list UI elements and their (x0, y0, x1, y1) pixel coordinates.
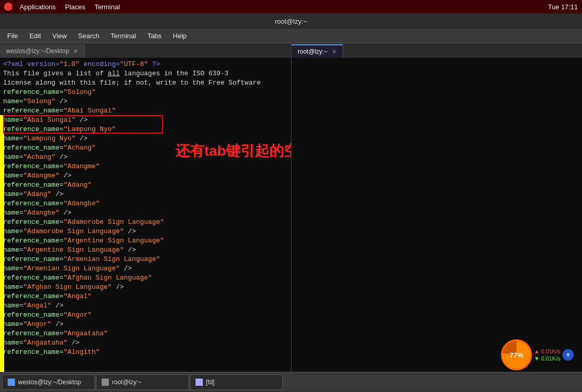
line-adang-name: name="Adang" /> (3, 190, 288, 199)
line-angor-ref: reference_name="Angor" (3, 311, 288, 320)
taskbar-label-westos: westos@lzy:~/Desktop (18, 379, 81, 386)
line-adangbe-name: name="Adangbe" /> (3, 208, 288, 218)
download-stat: ▼ 0.01K/s (534, 355, 560, 362)
terminal-right: root@lzy:~ ✕ (292, 43, 582, 372)
line-adangme-name: name="Adangme" /> (3, 171, 288, 181)
right-tab-bar: root@lzy:~ ✕ (292, 43, 582, 58)
right-tab-label: root@lzy:~ (298, 48, 328, 55)
left-tab[interactable]: westos@lzy:~/Desktop ✕ (0, 44, 85, 58)
menu-file[interactable]: File (2, 31, 23, 41)
menu-search[interactable]: Search (73, 31, 104, 41)
line-angaataha-ref: reference_name="Angaataha" (3, 329, 288, 338)
line-adamorobe-ref: reference_name="Adamorobe Sign Language" (3, 218, 288, 227)
system-bar: Applications Places Terminal Tue 17:11 (0, 0, 582, 13)
menu-help[interactable]: Help (168, 31, 192, 41)
window-title: root@lzy:~ (275, 18, 308, 25)
cpu-usage-circle: 77% (501, 339, 532, 370)
cpu-percent: 77% (510, 351, 523, 359)
left-tab-close[interactable]: ✕ (73, 48, 78, 55)
right-tab[interactable]: root@lzy:~ ✕ (292, 44, 343, 58)
applications-menu[interactable]: Applications (15, 2, 60, 12)
right-terminal-content[interactable] (292, 58, 582, 372)
title-bar: root@lzy:~ (0, 13, 582, 29)
line-armenian-ref: reference_name="Armenian Sign Language" (3, 255, 288, 264)
line-abai-name: name="Abai Sungai" /> (3, 116, 288, 125)
line-adamorobe-name: name="Adamorobe Sign Language" /> (3, 227, 288, 236)
terminal-left: westos@lzy:~/Desktop ✕ <?xml version="1.… (0, 43, 292, 372)
upload-arrow: ▲ (534, 348, 540, 354)
menu-terminal[interactable]: Terminal (106, 31, 141, 41)
chinese-annotation: 还有tab键引起的空格 (175, 141, 292, 161)
line-argentine-name: name="Argentine Sign Language" /> (3, 246, 288, 255)
left-terminal-content[interactable]: <?xml version="1.0" encoding="UTF-8" ?> … (0, 58, 291, 372)
line-abai-ref: reference_name="Abai Sungai" (3, 106, 288, 116)
yellow-highlight-bar (0, 115, 4, 372)
download-value: 0.01K/s (541, 355, 560, 362)
download-arrow: ▼ (534, 355, 540, 362)
line-armenian-name: name="Armenian Sign Language" /> (3, 264, 288, 273)
line-angal-name: name="Angal" /> (3, 301, 288, 311)
left-tab-label: westos@lzy:~/Desktop (6, 47, 69, 55)
menu-edit[interactable]: Edit (24, 31, 46, 41)
line-angal-ref: reference_name="Angal" (3, 292, 288, 301)
system-bar-left: Applications Places Terminal (4, 2, 124, 12)
menu-tabs[interactable]: Tabs (142, 31, 167, 41)
upload-stat: ▲ 0.01K/s (534, 348, 560, 354)
menu-view[interactable]: View (47, 31, 72, 41)
places-menu[interactable]: Places (61, 2, 89, 12)
apps-icon (4, 3, 12, 11)
line-afghan-ref: reference_name="Afghan Sign Language" (3, 273, 288, 283)
comment-line1: This file gives a list of all languages … (3, 69, 288, 78)
line-lampung-ref: reference_name="Lampung Nyo" (3, 125, 288, 134)
taskbar-monitor-icon (8, 379, 15, 386)
taskbar-file-icon (196, 379, 203, 386)
taskbar-label-fd: [fd] (206, 379, 215, 386)
taskbar-item-root[interactable]: root@lzy:~ (96, 374, 189, 390)
line-afghan-name: name="Afghan Sign Language" /> (3, 283, 288, 292)
line-argentine-ref: reference_name="Argentine Sign Language" (3, 236, 288, 246)
right-tab-close[interactable]: ✕ (332, 48, 336, 55)
line-angaataha-name: name="Angaataha" /> (3, 338, 288, 348)
clock: Tue 17:11 (548, 3, 578, 11)
taskbar-item-fd[interactable]: [fd] (190, 374, 283, 390)
terminal-window: root@lzy:~ File Edit View Search Termina… (0, 13, 582, 372)
line-alngith-ref: reference_name="Alngith" (3, 348, 288, 357)
taskbar: westos@lzy:~/Desktop root@lzy:~ [fd] (0, 372, 582, 391)
taskbar-item-westos[interactable]: westos@lzy:~/Desktop (2, 374, 95, 390)
terminals-row: westos@lzy:~/Desktop ✕ <?xml version="1.… (0, 43, 582, 372)
network-widget: 77% ▲ 0.01K/s ▼ 0.01K/s + (501, 339, 574, 370)
upload-value: 0.01K/s (541, 348, 560, 354)
menu-bar: File Edit View Search Terminal Tabs Help (0, 29, 582, 43)
line-solong-name: name="Solong" /> (3, 97, 288, 106)
line-adang-ref: reference_name="Adang" (3, 181, 288, 190)
taskbar-label-root: root@lzy:~ (112, 379, 142, 386)
network-stats: ▲ 0.01K/s ▼ 0.01K/s (534, 348, 560, 362)
xml-declaration: <?xml version="1.0" encoding="UTF-8" ?> (3, 60, 288, 69)
comment-line2: license along with this file; if not, wr… (3, 78, 288, 88)
taskbar-terminal-icon (102, 379, 109, 386)
left-tab-bar: westos@lzy:~/Desktop ✕ (0, 43, 291, 58)
line-solong-ref: reference_name="Solong" (3, 88, 288, 97)
terminal-menu[interactable]: Terminal (90, 2, 124, 12)
line-angor-name: name="Angor" /> (3, 320, 288, 329)
line-adangbe-ref: reference_name="Adangbe" (3, 199, 288, 208)
line-adangme-ref: reference_name="Adangme" (3, 162, 288, 171)
network-plus-button[interactable]: + (562, 349, 574, 361)
